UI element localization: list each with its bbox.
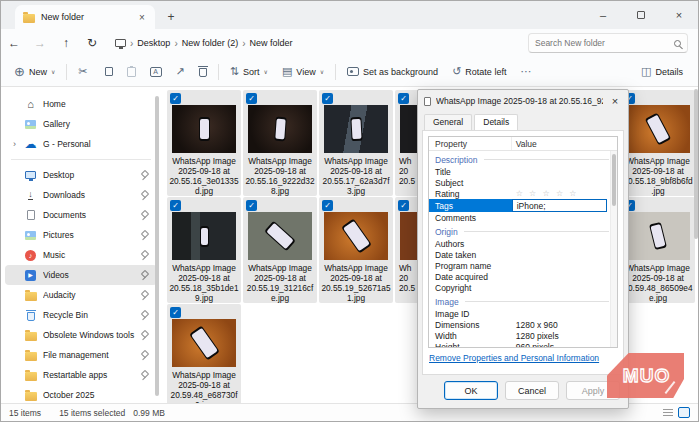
cut-button[interactable]: ✂ — [71, 60, 94, 84]
forward-button[interactable]: → — [27, 36, 53, 50]
tags-input[interactable]: iPhone; — [512, 199, 607, 212]
ok-button[interactable]: OK — [444, 381, 498, 400]
file-grid-right-column: ✓ WhatsApp Image 2025-09-18 at 20.55.18_… — [621, 90, 695, 304]
property-row[interactable]: Authors — [429, 238, 617, 249]
sidebar-item-gallery[interactable]: Gallery — [5, 114, 157, 134]
file-thumbnail — [172, 319, 236, 367]
sidebar-item-obsolete-windows-tools[interactable]: Obsolete Windows tools — [5, 325, 157, 345]
sidebar-item-downloads[interactable]: ↓ Downloads — [5, 185, 157, 205]
property-row[interactable]: Height 960 pixels — [429, 341, 617, 348]
checkbox-checked[interactable]: ✓ — [398, 200, 409, 211]
checkbox-checked[interactable]: ✓ — [322, 200, 333, 211]
sidebar-item-music[interactable]: ♪ Music — [5, 245, 157, 265]
property-row[interactable]: Dimensions 1280 x 960 — [429, 319, 617, 330]
checkbox-checked[interactable]: ✓ — [170, 200, 181, 211]
sidebar-item-restartable-apps[interactable]: Restartable apps — [5, 365, 157, 385]
paste-button[interactable] — [120, 60, 143, 84]
file-tile[interactable]: ✓ WhatsApp Image 2025-09-18 at 20.55.18_… — [621, 90, 695, 196]
file-tile[interactable]: ✓ WhatsApp Image 2025-09-18 at 20.59.48_… — [167, 304, 241, 410]
property-row[interactable]: Width 1280 pixels — [429, 330, 617, 341]
search-box[interactable] — [528, 33, 688, 53]
checkbox-checked[interactable]: ✓ — [170, 93, 181, 104]
tab-details[interactable]: Details — [474, 114, 518, 131]
file-name: WhatsApp Image 2025-09-18 at 20.59.48_86… — [621, 263, 695, 303]
rename-button[interactable] — [143, 60, 169, 84]
share-button[interactable]: ↗ — [169, 60, 192, 84]
sidebar-item-october-2025[interactable]: October 2025 — [5, 385, 157, 403]
minimize-button[interactable]: – — [584, 1, 622, 29]
sort-button[interactable]: ⇅ Sort ∨ — [223, 60, 275, 84]
back-button[interactable]: ← — [1, 36, 27, 50]
chevron-right-icon[interactable]: › — [11, 139, 18, 149]
property-row[interactable]: Title — [429, 166, 617, 177]
checkbox-checked[interactable]: ✓ — [246, 93, 257, 104]
sidebar-item-file-management[interactable]: File management — [5, 345, 157, 365]
column-property[interactable]: Property — [429, 137, 512, 150]
maximize-button[interactable] — [622, 1, 660, 29]
sidebar-scrollbar[interactable] — [155, 96, 159, 396]
rating-stars[interactable]: ☆ ☆ ☆ ☆ ☆ — [512, 189, 617, 198]
property-row[interactable]: Date acquired — [429, 271, 617, 282]
rename-icon — [150, 67, 162, 77]
file-tile[interactable]: ✓ WhatsApp Image 2025-09-18 at 20.55.18_… — [167, 197, 241, 303]
explorer-tab[interactable]: New folder × — [15, 5, 155, 29]
property-row-rating[interactable]: Rating ☆ ☆ ☆ ☆ ☆ — [429, 188, 617, 199]
new-tab-button[interactable]: + — [161, 7, 181, 27]
view-button[interactable]: ▤ View ∨ — [275, 60, 331, 84]
property-row[interactable]: Program name — [429, 260, 617, 271]
up-button[interactable]: ↑ — [53, 36, 79, 50]
dialog-title-bar[interactable]: WhatsApp Image 2025-09-18 at 20.55.16_92… — [418, 90, 628, 112]
sidebar-item-desktop[interactable]: Desktop — [5, 165, 157, 185]
file-name: WhatsApp Image 2025-09-18 at 20.55.19_31… — [243, 263, 317, 303]
rotate-left-button[interactable]: ↺ Rotate left — [445, 60, 513, 84]
table-scrollbar[interactable] — [610, 151, 617, 347]
sidebar-item-videos[interactable]: ▶ Videos — [5, 265, 157, 285]
property-row[interactable]: Image ID — [429, 308, 617, 319]
property-row[interactable]: Copyright — [429, 282, 617, 293]
set-as-background-button[interactable]: Set as background — [340, 60, 445, 84]
sidebar-item-onedrive-personal[interactable]: › ☁ G - Personal — [5, 134, 157, 154]
checkbox-checked[interactable]: ✓ — [170, 307, 181, 318]
details-view-icon[interactable] — [663, 409, 673, 417]
search-input[interactable] — [535, 38, 674, 48]
more-options-button[interactable]: ⋯ — [513, 60, 538, 84]
copy-button[interactable] — [95, 60, 120, 84]
file-tile[interactable]: ✓ WhatsApp Image 2025-09-18 at 20.55.19_… — [319, 197, 393, 303]
sidebar-item-home[interactable]: ⌂ Home — [5, 94, 157, 114]
new-button[interactable]: ⊕ New ∨ — [7, 60, 62, 84]
checkbox-checked[interactable]: ✓ — [246, 200, 257, 211]
property-label: Height — [429, 342, 512, 349]
large-icons-view-icon[interactable] — [678, 407, 690, 418]
sidebar-item-pictures[interactable]: Pictures — [5, 225, 157, 245]
phone-photo — [189, 326, 220, 361]
dialog-close-icon[interactable]: × — [608, 95, 622, 107]
sidebar-item-audacity[interactable]: Audacity — [5, 285, 157, 305]
checkbox-checked[interactable]: ✓ — [322, 93, 333, 104]
file-tile[interactable]: ✓ WhatsApp Image 2025-09-18 at 20.55.17_… — [319, 90, 393, 196]
refresh-button[interactable]: ↻ — [79, 36, 105, 50]
property-row[interactable]: Date taken — [429, 249, 617, 260]
file-tile[interactable]: ✓ WhatsApp Image 2025-09-18 at 20.55.16_… — [167, 90, 241, 196]
breadcrumb-new-folder-2[interactable]: New folder (2) — [182, 38, 239, 48]
details-pane-button[interactable]: ◫ Details — [634, 60, 690, 84]
file-tile[interactable]: ✓ WhatsApp Image 2025-09-18 at 20.55.16_… — [243, 90, 317, 196]
breadcrumb-desktop[interactable]: Desktop — [137, 38, 170, 48]
breadcrumb-new-folder[interactable]: New folder — [250, 38, 293, 48]
tab-close-icon[interactable]: × — [135, 12, 149, 23]
remove-properties-link[interactable]: Remove Properties and Personal Informati… — [429, 353, 599, 363]
file-tile[interactable]: ✓ WhatsApp Image 2025-09-18 at 20.55.19_… — [243, 197, 317, 303]
close-button[interactable]: × — [660, 1, 698, 29]
delete-button[interactable] — [192, 60, 214, 84]
checkbox-checked[interactable]: ✓ — [398, 93, 409, 104]
property-row[interactable]: Subject — [429, 177, 617, 188]
cancel-button[interactable]: Cancel — [505, 381, 559, 400]
file-tile[interactable]: ✓ WhatsApp Image 2025-09-18 at 20.59.48_… — [621, 197, 695, 303]
main-scrollbar[interactable] — [694, 89, 698, 239]
sidebar-item-documents[interactable]: Documents — [5, 205, 157, 225]
column-value[interactable]: Value — [512, 139, 617, 149]
property-row-tags-selected[interactable]: Tags iPhone; — [429, 199, 617, 212]
property-row[interactable]: Comments — [429, 212, 617, 223]
sidebar-item-recycle-bin[interactable]: Recycle Bin — [5, 305, 157, 325]
scrollbar-thumb[interactable] — [612, 154, 616, 206]
tab-general[interactable]: General — [424, 114, 472, 130]
